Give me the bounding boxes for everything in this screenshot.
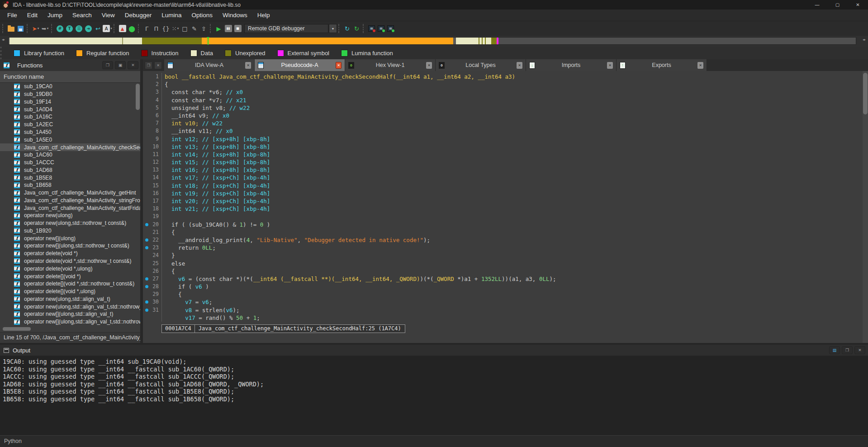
watch-list-button[interactable]: ≡: [376, 24, 386, 33]
edit-button[interactable]: ✎: [190, 24, 199, 33]
navigation-band[interactable]: [8, 37, 856, 45]
code-line[interactable]: 16 int v19; // [xsp+Ch] [xbp-4h]: [143, 190, 868, 197]
continue-process-button[interactable]: ▶: [214, 24, 223, 33]
debugger-run-button[interactable]: ↻: [352, 24, 361, 33]
redo-button[interactable]: ➥▾: [40, 24, 50, 33]
function-row[interactable]: fsub_1B658: [0, 181, 140, 189]
function-row[interactable]: foperator delete(void *,std::nothrow_t c…: [0, 257, 140, 265]
output-filter-button[interactable]: ▤: [829, 346, 840, 354]
tab-imports[interactable]: ↓Imports✕: [526, 59, 617, 71]
functions-menu-button[interactable]: ▣: [115, 61, 126, 69]
tab-close-icon[interactable]: ✕: [245, 62, 251, 69]
braces-button[interactable]: {}: [161, 24, 171, 33]
tab-close-icon[interactable]: ✕: [336, 62, 342, 69]
select-area-button[interactable]: □: [180, 24, 190, 33]
code-line[interactable]: 14 int v17; // [xsp+Ch] [xbp-4h]: [143, 174, 868, 181]
menu-view[interactable]: View: [97, 10, 120, 21]
code-line[interactable]: 8 __int64 v11; // x0: [143, 127, 868, 135]
stop-process-button[interactable]: ■: [233, 24, 242, 33]
debugger-selector[interactable]: Remote GDB debugger: [244, 24, 328, 33]
minimize-button[interactable]: —: [807, 0, 827, 10]
function-row[interactable]: foperator new[](ulong): [0, 234, 140, 242]
code-line[interactable]: 5 unsigned int v8; // w22: [143, 104, 868, 112]
code-line[interactable]: 6 __int64 v9; // x0: [143, 112, 868, 119]
breakpoint-dot-icon[interactable]: [145, 223, 148, 226]
undo-button[interactable]: ➤▾: [31, 24, 40, 33]
function-row[interactable]: fsub_1A0D4: [0, 105, 140, 113]
function-row[interactable]: fJava_com_ctf_challenge_MainActivity_str…: [0, 196, 140, 204]
code-line[interactable]: 12 int v15; // [xsp+8h] [xbp-8h]: [143, 158, 868, 166]
breakpoint-dot-icon[interactable]: [145, 309, 148, 312]
navband-left-arrows-icon[interactable]: ◂▸: [2, 38, 5, 42]
tab-close-button[interactable]: ✕: [154, 62, 162, 69]
code-line[interactable]: 25 else: [143, 260, 868, 267]
jump-address-button[interactable]: #: [55, 24, 65, 33]
function-name-column-header[interactable]: Function name: [0, 71, 140, 83]
debugger-setup-button[interactable]: ↻: [342, 24, 352, 33]
code-line[interactable]: 1bool __fastcall Java_com_ctf_challenge_…: [143, 73, 868, 81]
menu-lumina[interactable]: Lumina: [157, 10, 186, 21]
code-line[interactable]: 4 const char *v7; // x21: [143, 96, 868, 104]
output-log[interactable]: 19CA0: using guessed type __int64 sub_19…: [0, 356, 868, 435]
jump-segment-button[interactable]: ☰: [74, 24, 84, 33]
pseudocode-view[interactable]: 1bool __fastcall Java_com_ctf_challenge_…: [143, 71, 868, 343]
code-line[interactable]: 15 int v18; // [xsp+Ch] [xbp-4h]: [143, 182, 868, 190]
code-line[interactable]: 7 int v10; // w22: [143, 119, 868, 127]
tab-exports[interactable]: ↑Exports✕: [617, 59, 707, 71]
code-line[interactable]: 24 }: [143, 252, 868, 259]
function-row[interactable]: fJava_com_ctf_challenge_MainActivity_che…: [0, 143, 140, 151]
tab-close-icon[interactable]: ✕: [426, 62, 432, 69]
breakpoint-dot-icon[interactable]: [145, 277, 148, 281]
function-row[interactable]: foperator new(ulong,std::nothrow_t const…: [0, 219, 140, 227]
function-row[interactable]: fsub_19CA0: [0, 83, 140, 90]
trace-list-button[interactable]: ≡: [386, 24, 395, 33]
code-line[interactable]: 11 int v14; // [xsp+8h] [xbp-8h]: [143, 151, 868, 158]
tab-pseudocode-a[interactable]: Pseudocode-A✕: [255, 59, 345, 71]
function-row[interactable]: foperator new(ulong): [0, 212, 140, 219]
code-line[interactable]: 22 __android_log_print(4, "Lib-Native", …: [143, 236, 868, 244]
function-row[interactable]: foperator delete(void *): [0, 250, 140, 257]
breakpoint-dot-icon[interactable]: [145, 238, 148, 242]
function-row[interactable]: foperator new[](ulong,std::align_val_t): [0, 310, 140, 318]
code-vscroll-thumb[interactable]: [863, 73, 868, 114]
functions-vscroll-thumb[interactable]: [136, 84, 140, 110]
code-line[interactable]: 17 int v20; // [xsp+Ch] [xbp-4h]: [143, 197, 868, 205]
function-row[interactable]: fsub_1A450: [0, 128, 140, 136]
debugger-selector-arrow[interactable]: ▼: [329, 24, 337, 33]
function-row[interactable]: fsub_1ACCC: [0, 159, 140, 166]
pattern-menu-button[interactable]: ⁙▾: [171, 24, 180, 33]
function-row[interactable]: fsub_1B5E8: [0, 174, 140, 181]
code-line[interactable]: 10 int v13; // [xsp+8h] [xbp-8h]: [143, 143, 868, 151]
navband-right-arrows-icon[interactable]: ◂▸: [863, 38, 865, 42]
function-row[interactable]: fsub_19F14: [0, 98, 140, 106]
function-row[interactable]: fsub_1AC60: [0, 151, 140, 159]
code-line[interactable]: 20 if ( (sub_19CA0() & 1) != 0 ): [143, 221, 868, 228]
code-line[interactable]: 18 int v21; // [xsp+Ch] [xbp-4h]: [143, 205, 868, 213]
function-row[interactable]: fsub_1B920: [0, 227, 140, 235]
function-row[interactable]: fJava_com_ctf_challenge_MainActivity_sta…: [0, 204, 140, 212]
tab-close-icon[interactable]: ✕: [697, 62, 703, 69]
functions-horizontal-scrollbar[interactable]: [0, 326, 140, 332]
save-database-button[interactable]: [16, 24, 25, 33]
tab-restore-button[interactable]: ❐: [145, 62, 152, 69]
function-row[interactable]: fsub_19DB0: [0, 90, 140, 98]
open-file-button[interactable]: [6, 24, 16, 33]
code-line[interactable]: 26 {: [143, 267, 868, 275]
trace-button[interactable]: ⬤: [127, 24, 137, 33]
output-close-button[interactable]: ✕: [854, 346, 865, 354]
menu-file[interactable]: File: [2, 10, 22, 21]
function-row[interactable]: fJava_com_ctf_challenge_MainActivity_get…: [0, 189, 140, 197]
function-row[interactable]: foperator delete[](void *,std::nothrow_t…: [0, 280, 140, 288]
python-status-bar[interactable]: Python: [0, 435, 868, 447]
breakpoint-dot-icon[interactable]: [145, 246, 148, 249]
breakpoint-marker-button[interactable]: ▲: [118, 24, 127, 33]
create-function-button[interactable]: Γ: [142, 24, 152, 33]
function-row[interactable]: fsub_1A16C: [0, 113, 140, 121]
tab-hex-view-1[interactable]: 0Hex View-1✕: [345, 59, 436, 71]
function-row[interactable]: foperator new(ulong,std::align_val_t,std…: [0, 303, 140, 310]
close-button[interactable]: ✕: [848, 0, 868, 10]
code-line[interactable]: 2{: [143, 81, 868, 88]
code-line[interactable]: 19: [143, 213, 868, 220]
code-line[interactable]: 21 {: [143, 228, 868, 236]
menu-edit[interactable]: Edit: [22, 10, 43, 21]
